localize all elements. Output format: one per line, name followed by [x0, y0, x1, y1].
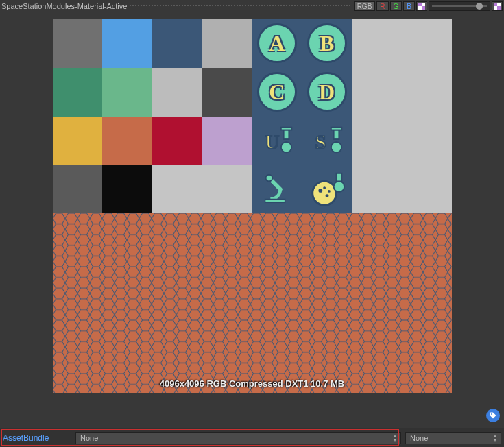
alpha-toggle-button[interactable]: [416, 1, 427, 11]
asset-label-button[interactable]: [486, 409, 500, 422]
svg-text:U: U: [265, 130, 279, 152]
channel-rgb-button[interactable]: RGB: [354, 1, 376, 11]
svg-rect-8: [265, 199, 285, 202]
palette-swatch: [352, 165, 402, 213]
hex-pattern: [53, 213, 452, 393]
svg-point-1: [281, 142, 291, 152]
svg-point-10: [312, 181, 336, 205]
palette-swatch: [152, 165, 202, 213]
microscope-icon: [257, 169, 297, 209]
palette-swatch: [352, 19, 402, 68]
svg-point-18: [491, 413, 492, 415]
background-toggle-button[interactable]: [492, 1, 503, 11]
palette-swatch: [202, 117, 252, 165]
tag-icon: [489, 411, 497, 420]
channel-g-button[interactable]: G: [390, 1, 403, 11]
mip-level-slider[interactable]: [429, 1, 490, 11]
palette-swatch: [53, 19, 103, 68]
palette-swatch: [402, 19, 452, 68]
svg-point-9: [265, 174, 272, 181]
svg-point-15: [333, 181, 344, 191]
asset-bundle-variant-value: None: [410, 434, 428, 442]
module-icon-a: A: [257, 23, 297, 63]
palette-swatch: [402, 117, 452, 165]
palette-swatch: [53, 117, 103, 165]
palette-swatch: [53, 165, 103, 213]
svg-rect-7: [331, 128, 341, 130]
svg-rect-3: [281, 128, 291, 130]
svg-rect-6: [333, 130, 339, 139]
asset-bundle-label: AssetBundle: [3, 433, 71, 443]
palette-swatch: [102, 117, 152, 165]
asset-bundle-footer: AssetBundle None ▴▾ None ▴▾: [0, 428, 504, 447]
palette-swatch: [402, 68, 452, 117]
asset-bundle-dropdown[interactable]: None ▴▾: [75, 432, 401, 444]
palette-swatch: [152, 19, 202, 68]
palette-swatch: [53, 68, 103, 117]
svg-point-12: [325, 194, 328, 197]
dropdown-arrows-icon: ▴▾: [494, 434, 496, 442]
asset-bundle-variant-dropdown[interactable]: None ▴▾: [405, 432, 501, 444]
palette-swatch: [102, 19, 152, 68]
asset-title-text: SpaceStationModules-Material-Active: [1, 2, 127, 10]
module-icon-u: U: [257, 121, 297, 160]
module-icon-s: S: [307, 121, 347, 160]
palette-swatch: [102, 165, 152, 213]
palette-swatch: [152, 68, 202, 117]
channel-b-button[interactable]: B: [403, 1, 415, 11]
palette-swatch: [152, 117, 202, 165]
checker-icon: [418, 3, 425, 10]
svg-point-5: [331, 142, 341, 152]
palette-swatch: [352, 68, 402, 117]
svg-point-11: [318, 189, 322, 193]
svg-rect-17: [53, 213, 452, 393]
palette-swatch: [102, 68, 152, 117]
dropdown-arrows-icon: ▴▾: [394, 434, 396, 442]
module-icon-c: C: [257, 72, 297, 112]
palette-swatch: [202, 165, 252, 213]
svg-rect-2: [284, 130, 289, 139]
svg-rect-16: [336, 173, 341, 181]
title-separator: [130, 5, 352, 6]
svg-point-13: [323, 186, 326, 189]
palette-swatch: [402, 165, 452, 213]
channel-r-button[interactable]: R: [376, 1, 388, 11]
svg-text:S: S: [315, 130, 326, 152]
petri-dish-icon: [307, 169, 347, 209]
palette-swatch: [352, 117, 402, 165]
asset-bundle-value: None: [80, 434, 98, 442]
palette-swatch: [202, 19, 252, 68]
module-icon-b: B: [307, 23, 347, 63]
module-icon-d: D: [307, 72, 347, 112]
texture-preview[interactable]: A B C D U S: [0, 12, 504, 406]
asset-title: SpaceStationModules-Material-Active: [1, 2, 352, 10]
palette-swatch: [202, 68, 252, 117]
svg-point-14: [328, 190, 331, 193]
checker-icon: [494, 3, 501, 10]
